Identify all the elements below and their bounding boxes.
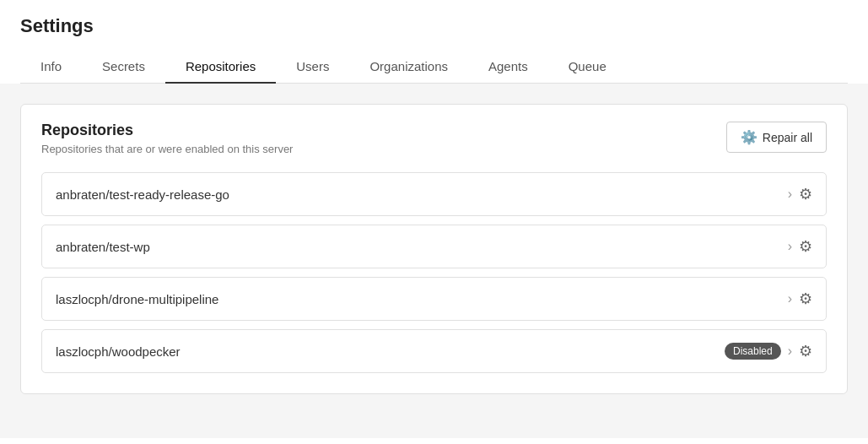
repair-all-button[interactable]: ⚙️ Repair all xyxy=(726,122,827,153)
repo-name: anbraten/test-ready-release-go xyxy=(56,187,229,202)
gear-icon[interactable]: ⚙ xyxy=(799,342,812,360)
tab-queue[interactable]: Queue xyxy=(548,51,627,84)
repo-item[interactable]: anbraten/test-ready-release-go › ⚙ xyxy=(41,172,827,216)
repo-name: laszlocph/drone-multipipeline xyxy=(56,292,218,306)
page-container: Settings Info Secrets Repositories Users… xyxy=(0,0,868,444)
repo-actions: Disabled › ⚙ xyxy=(725,342,812,360)
repositories-card: Repositories Repositories that are or we… xyxy=(20,104,848,394)
repo-item[interactable]: laszlocph/woodpecker Disabled › ⚙ xyxy=(41,329,827,373)
tab-users[interactable]: Users xyxy=(276,51,349,84)
tab-secrets[interactable]: Secrets xyxy=(82,51,165,84)
chevron-right-icon[interactable]: › xyxy=(788,344,792,359)
chevron-right-icon[interactable]: › xyxy=(788,291,792,306)
tabs-nav: Info Secrets Repositories Users Organiza… xyxy=(20,51,848,84)
disabled-badge: Disabled xyxy=(725,343,781,360)
chevron-right-icon[interactable]: › xyxy=(788,187,792,202)
repo-actions: › ⚙ xyxy=(788,237,812,256)
section-title: Repositories xyxy=(41,122,293,139)
repo-actions: › ⚙ xyxy=(788,290,812,308)
tab-repositories[interactable]: Repositories xyxy=(165,51,276,84)
repo-name: anbraten/test-wp xyxy=(56,240,150,254)
repo-item[interactable]: laszlocph/drone-multipipeline › ⚙ xyxy=(41,277,827,321)
gear-icon[interactable]: ⚙ xyxy=(799,237,812,256)
section-subtitle: Repositories that are or were enabled on… xyxy=(41,143,293,155)
repo-actions: › ⚙ xyxy=(788,185,812,203)
tab-agents[interactable]: Agents xyxy=(468,51,548,84)
repo-name: laszlocph/woodpecker xyxy=(56,344,181,359)
header: Settings Info Secrets Repositories Users… xyxy=(0,0,868,84)
section-header: Repositories Repositories that are or we… xyxy=(41,122,827,155)
page-title: Settings xyxy=(20,15,848,37)
main-content: Repositories Repositories that are or we… xyxy=(0,84,868,438)
tab-info[interactable]: Info xyxy=(20,51,82,84)
repair-icon: ⚙️ xyxy=(741,129,757,145)
chevron-right-icon[interactable]: › xyxy=(788,239,792,254)
repo-item[interactable]: anbraten/test-wp › ⚙ xyxy=(41,225,827,268)
gear-icon[interactable]: ⚙ xyxy=(799,290,812,308)
repo-list: anbraten/test-ready-release-go › ⚙ anbra… xyxy=(41,172,827,373)
section-title-group: Repositories Repositories that are or we… xyxy=(41,122,293,155)
tab-organizations[interactable]: Organizations xyxy=(349,51,468,84)
gear-icon[interactable]: ⚙ xyxy=(799,185,812,203)
repair-all-label: Repair all xyxy=(763,131,812,144)
